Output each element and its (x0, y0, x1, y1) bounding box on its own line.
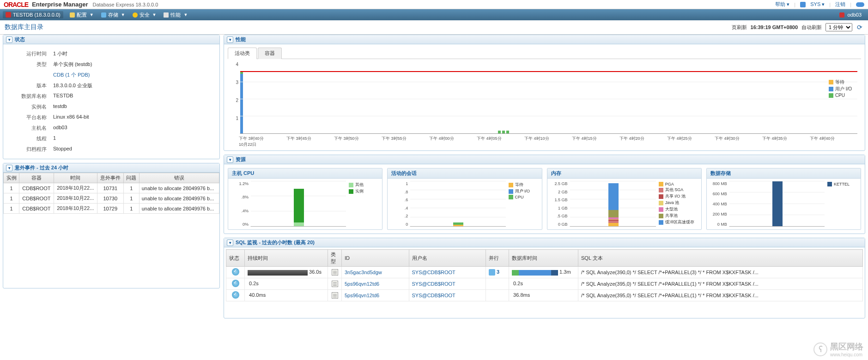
column-header[interactable]: 并行 (486, 250, 509, 267)
db-badge[interactable]: TESTDB (18.3.0.0.0) (3, 11, 63, 18)
column-header[interactable]: 数据库时间 (509, 250, 578, 267)
sql-id-link[interactable]: 5ps96qvn12td6 (345, 293, 379, 298)
sql-title: SQL 监视 - 过去的小时数 (最高 20) (236, 239, 315, 246)
storage-icon (101, 12, 106, 18)
menu-performance[interactable]: 性能▼ (160, 10, 191, 20)
column-header[interactable]: 持续时间 (245, 250, 328, 267)
sql-user-link[interactable]: SYS@CDB$ROOT (412, 281, 455, 287)
menu-bar: TESTDB (18.3.0.0.0) 配置▼ 存储▼ 安全▼ 性能▼ odb0… (0, 9, 868, 20)
menu-config[interactable]: 配置▼ (66, 10, 97, 20)
sql-id-link[interactable]: 3n5gac3nd5dgw (345, 270, 382, 275)
shield-icon (133, 12, 138, 18)
column-header[interactable]: 用户名 (409, 250, 486, 267)
column-header[interactable]: ID (342, 250, 409, 267)
activity-legend: 等待用户 I/OCPU (829, 78, 852, 98)
menu-storage[interactable]: 存储▼ (97, 10, 129, 20)
refreshed-label: 页刷新 (732, 24, 747, 31)
status-value: 18.3.0.0.0 企业版 (50, 81, 95, 90)
status-label: 实例名 (8, 102, 49, 112)
storage-panel: 数据存储 800 MB600 MB400 MB200 MB0 MB KETTEL (706, 168, 861, 230)
sessions-panel: 活动的会话 1.8.6.4.20 等待用户 I/OCPU (387, 168, 542, 230)
app-title: Enterprise Manager (32, 1, 88, 8)
tab-containers[interactable]: 容器 (258, 48, 282, 59)
status-value: testdb (50, 102, 95, 112)
sql-type-icon (332, 281, 338, 287)
user-menu[interactable]: SYS ▾ (810, 1, 825, 7)
table-row[interactable]: 36.0s3n5gac3nd5dgwSYS@CDB$ROOT 3 1.3m/* … (226, 267, 863, 278)
table-row[interactable]: 0.2s5ps96qvn12td6SYS@CDB$ROOT 0.2s/* SQL… (226, 278, 863, 290)
host-cpu-panel: 主机 CPU 1.2%.8%.4%0% 其他实例 (228, 168, 382, 230)
status-label: 平台名称 (8, 113, 49, 122)
sql-table: 状态持续时间类型ID用户名并行数据库时间SQL 文本 36.0s3n5gac3n… (226, 249, 863, 301)
db-label: TESTDB (18.3.0.0.0) (13, 12, 61, 18)
collapse-icon[interactable]: ▾ (227, 156, 233, 163)
incidents-title: 意外事件 - 过去 24 小时 (15, 164, 68, 171)
sub-header: 数据库主目录 页刷新 16:39:19 GMT+0800 自动刷新 1 分钟 ⟳ (0, 20, 868, 35)
collapse-icon[interactable]: ▾ (227, 36, 233, 43)
status-ok-icon (232, 291, 239, 299)
collapse-icon[interactable]: ▾ (6, 36, 12, 43)
table-row[interactable]: 1CDB$ROOT2018年10月22...107301unable to al… (4, 193, 219, 204)
table-row[interactable]: 40.0ms5ps96qvn12td6SYS@CDB$ROOT 36.8ms/*… (226, 290, 863, 301)
refresh-button[interactable]: ⟳ (856, 24, 863, 31)
resources-title: 资源 (236, 156, 246, 163)
column-header[interactable]: 问题 (123, 173, 139, 183)
collapse-icon[interactable]: ▾ (6, 165, 12, 171)
sql-monitor-panel: ▾SQL 监视 - 过去的小时数 (最高 20) 状态持续时间类型ID用户名并行… (224, 238, 865, 318)
status-value: odb03 (50, 123, 95, 133)
status-value: Stopped (50, 144, 95, 154)
status-label: 数据库名称 (8, 91, 49, 101)
status-ok-icon (232, 268, 239, 276)
column-header[interactable]: 状态 (226, 250, 245, 267)
menu-security[interactable]: 安全▼ (129, 10, 160, 20)
menu-right-host: odb03 (839, 12, 865, 18)
status-panel: ▾状态 运行时间1 小时类型单个实例 (testdb)CDB (1 个 PDB)… (3, 35, 220, 159)
sql-id-link[interactable]: 5ps96qvn12td6 (345, 281, 379, 287)
oracle-logo: ORACLE (4, 1, 28, 8)
status-value: TESTDB (50, 91, 95, 101)
oracle-badge-icon (856, 2, 864, 7)
sql-user-link[interactable]: SYS@CDB$ROOT (412, 293, 455, 298)
column-header[interactable]: 实例 (4, 173, 19, 183)
auto-refresh-label: 自动刷新 (801, 24, 822, 31)
status-label: 线程 (8, 134, 49, 144)
performance-panel: ▾性能 活动类 容器 4321 下午 3时40分10月22日下午 3时45分下午… (224, 35, 865, 151)
help-link[interactable]: 帮助 ▾ (775, 1, 789, 8)
refresh-interval-select[interactable]: 1 分钟 (826, 23, 852, 31)
status-title: 状态 (15, 36, 25, 43)
status-value: 1 小时 (50, 49, 95, 59)
refreshed-time: 16:39:19 GMT+0800 (751, 24, 798, 30)
memory-panel: 内存 2.5 GB2 GB1.5 GB1 GB.5 GB0 GB PGA其他 S… (547, 168, 702, 230)
status-value: Linux x86 64-bit (50, 113, 95, 122)
incidents-panel: ▾意外事件 - 过去 24 小时 实例容器时间意外事件问题错误 1CDB$ROO… (3, 163, 220, 288)
status-label (8, 70, 49, 80)
status-label: 版本 (8, 81, 49, 90)
user-icon (800, 2, 806, 7)
status-value: 单个实例 (testdb) (50, 60, 95, 69)
column-header[interactable]: 意外事件 (97, 173, 123, 183)
database-icon (6, 12, 11, 18)
column-header[interactable]: 错误 (139, 173, 219, 183)
status-value[interactable]: CDB (1 个 PDB) (50, 70, 95, 80)
status-label: 类型 (8, 60, 49, 69)
chart-icon (164, 12, 169, 18)
resources-panel: ▾资源 主机 CPU 1.2%.8%.4%0% 其他实例 活动的会话 (224, 155, 865, 234)
column-header[interactable]: 容器 (19, 173, 54, 183)
table-row[interactable]: 1CDB$ROOT2018年10月22...107311unable to al… (4, 183, 219, 193)
tab-activity-class[interactable]: 活动类 (228, 48, 257, 59)
column-header[interactable]: SQL 文本 (578, 250, 863, 267)
table-row[interactable]: 1CDB$ROOT2018年10月22...107291unable to al… (4, 204, 219, 214)
status-label: 归档程序 (8, 144, 49, 154)
status-label: 主机名 (8, 123, 49, 133)
gear-icon (70, 12, 75, 18)
sql-type-icon (332, 292, 338, 299)
status-ok-icon (232, 280, 239, 287)
sql-user-link[interactable]: SYS@CDB$ROOT (412, 270, 455, 275)
column-header[interactable]: 类型 (328, 250, 342, 267)
sql-type-icon (332, 269, 338, 276)
status-table: 运行时间1 小时类型单个实例 (testdb)CDB (1 个 PDB)版本18… (7, 48, 96, 155)
column-header[interactable]: 时间 (54, 173, 97, 183)
status-value: 1 (50, 134, 95, 144)
collapse-icon[interactable]: ▾ (227, 240, 233, 246)
logout-link[interactable]: 注销 (835, 1, 845, 8)
